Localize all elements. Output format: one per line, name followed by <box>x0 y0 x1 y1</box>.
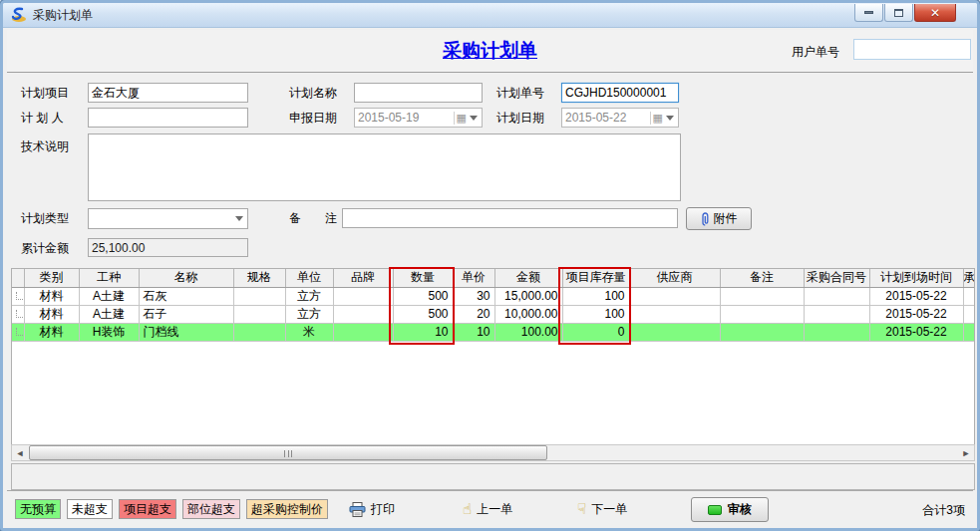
table-cell[interactable]: 30 <box>453 287 494 305</box>
column-header[interactable]: 采购合同号 <box>804 269 869 287</box>
table-cell[interactable]: 2015-05-22 <box>869 287 963 305</box>
plan-project-input[interactable] <box>88 83 248 103</box>
legend-badge: 部位超支 <box>182 499 240 519</box>
table-cell[interactable]: A土建 <box>79 305 139 323</box>
scroll-left-arrow[interactable]: ◄ <box>12 445 28 460</box>
column-header[interactable]: 项目库存量 <box>562 269 629 287</box>
plan-date-picker[interactable]: 2015-05-22 ▦ <box>561 108 679 128</box>
remark-input[interactable] <box>342 208 678 228</box>
data-grid: 类别工种名称规格单位品牌数量单价金额项目库存量供应商备注采购合同号计划到场时间承… <box>11 268 975 444</box>
table-cell[interactable] <box>233 287 285 305</box>
plan-no-input[interactable] <box>561 83 679 103</box>
column-header[interactable]: 承 <box>963 269 975 287</box>
table-cell[interactable]: 0 <box>562 323 629 341</box>
column-header[interactable]: 数量 <box>393 269 453 287</box>
column-header[interactable]: 工种 <box>79 269 139 287</box>
scroll-right-arrow[interactable]: ► <box>958 445 974 460</box>
attachment-button[interactable]: 附件 <box>686 207 752 230</box>
column-header[interactable]: 名称 <box>139 269 233 287</box>
table-cell[interactable]: 材料 <box>24 305 79 323</box>
previous-record-button[interactable]: ☝ 上一单 <box>463 499 512 519</box>
table-cell[interactable] <box>720 323 804 341</box>
tree-column-header <box>12 269 24 287</box>
table-cell[interactable] <box>804 305 869 323</box>
table-cell[interactable] <box>804 287 869 305</box>
minimize-icon <box>864 11 873 14</box>
table-cell[interactable]: H装饰 <box>79 323 139 341</box>
chevron-down-icon <box>470 116 478 121</box>
next-record-button[interactable]: ☟ 下一单 <box>577 499 627 519</box>
table-cell[interactable]: 15,000.00 <box>494 287 562 305</box>
user-no-input[interactable] <box>853 39 971 60</box>
scrollbar-gripper <box>284 450 292 457</box>
approve-label: 审核 <box>728 501 752 518</box>
declare-date-picker[interactable]: 2015-05-19 ▦ <box>354 108 483 128</box>
table-cell[interactable] <box>629 305 720 323</box>
close-button[interactable]: ✕ <box>914 4 956 22</box>
column-header[interactable]: 单位 <box>285 269 333 287</box>
table-cell[interactable] <box>963 323 975 341</box>
planner-label: 计 划 人 <box>21 108 64 128</box>
maximize-icon <box>894 9 903 17</box>
table-cell[interactable]: 材料 <box>24 323 79 341</box>
table-cell[interactable] <box>333 305 393 323</box>
table-cell[interactable]: 2015-05-22 <box>869 323 963 341</box>
table-cell[interactable] <box>333 323 393 341</box>
table-cell[interactable] <box>963 305 975 323</box>
column-header[interactable]: 规格 <box>233 269 285 287</box>
table-cell[interactable]: 立方 <box>285 305 333 323</box>
table-cell[interactable] <box>720 305 804 323</box>
column-header[interactable]: 金额 <box>494 269 562 287</box>
table-cell[interactable] <box>629 287 720 305</box>
table-cell[interactable]: 米 <box>285 323 333 341</box>
column-header[interactable]: 类别 <box>24 269 79 287</box>
table-cell[interactable]: 10,000.00 <box>494 305 562 323</box>
table-row[interactable]: 材料H装饰门档线米1010100.0002015-05-22 <box>12 323 975 341</box>
table-cell[interactable]: 100 <box>562 305 629 323</box>
table-cell[interactable]: 立方 <box>285 287 333 305</box>
table-cell[interactable] <box>233 323 285 341</box>
table-cell[interactable]: 10 <box>453 323 494 341</box>
table-cell[interactable]: A土建 <box>79 287 139 305</box>
column-header[interactable]: 单价 <box>453 269 494 287</box>
table-cell[interactable] <box>333 287 393 305</box>
table-cell[interactable] <box>804 323 869 341</box>
table-cell[interactable]: 10 <box>393 323 453 341</box>
tech-note-textarea[interactable] <box>88 133 681 201</box>
maximize-button[interactable] <box>884 4 913 22</box>
table-cell[interactable] <box>233 305 285 323</box>
tech-note-label: 技术说明 <box>21 136 69 156</box>
table-cell[interactable]: 石灰 <box>139 287 233 305</box>
horizontal-scrollbar[interactable]: ◄ ► <box>11 444 975 461</box>
table-cell[interactable] <box>720 287 804 305</box>
scrollbar-thumb[interactable] <box>29 445 547 460</box>
table-cell[interactable]: 2015-05-22 <box>869 305 963 323</box>
table-cell[interactable]: 500 <box>393 287 453 305</box>
table-cell[interactable] <box>629 323 720 341</box>
minimize-button[interactable] <box>854 4 883 22</box>
legend-badge: 未超支 <box>67 499 113 519</box>
column-header[interactable]: 供应商 <box>629 269 720 287</box>
plan-type-select[interactable] <box>88 208 248 229</box>
table-cell[interactable]: 门档线 <box>139 323 233 341</box>
printer-icon <box>349 502 366 517</box>
approve-button[interactable]: 审核 <box>691 497 769 522</box>
table-cell[interactable]: 20 <box>453 305 494 323</box>
table-row[interactable]: 材料A土建石子立方5002010,000.001002015-05-22 <box>12 305 975 323</box>
column-header[interactable]: 品牌 <box>333 269 393 287</box>
column-header[interactable]: 备注 <box>720 269 804 287</box>
column-header[interactable]: 计划到场时间 <box>869 269 963 287</box>
table-cell[interactable]: 500 <box>393 305 453 323</box>
table-row[interactable]: 材料A土建石灰立方5003015,000.001002015-05-22 <box>12 287 975 305</box>
table-cell[interactable]: 材料 <box>24 287 79 305</box>
table-cell[interactable]: 石子 <box>139 305 233 323</box>
window-title: 采购计划单 <box>33 7 93 24</box>
table-cell[interactable] <box>963 287 975 305</box>
planner-input[interactable] <box>88 108 248 128</box>
plan-name-input[interactable] <box>354 83 483 103</box>
tree-indent-cell <box>12 323 24 341</box>
table-cell[interactable]: 100.00 <box>494 323 562 341</box>
print-button[interactable]: 打印 <box>349 499 395 519</box>
plan-project-label: 计划项目 <box>21 83 69 103</box>
table-cell[interactable]: 100 <box>562 287 629 305</box>
